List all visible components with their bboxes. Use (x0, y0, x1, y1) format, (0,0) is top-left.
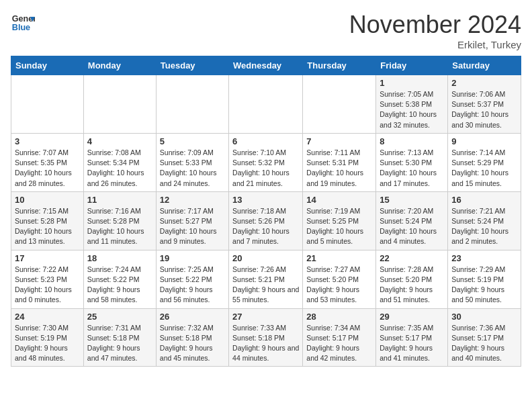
day-cell: 26Sunrise: 7:32 AM Sunset: 5:18 PM Dayli… (156, 308, 228, 367)
location: Erkilet, Turkey (349, 39, 521, 50)
day-info: Sunrise: 7:26 AM Sunset: 5:21 PM Dayligh… (232, 265, 299, 306)
day-number: 13 (232, 195, 299, 205)
day-info: Sunrise: 7:28 AM Sunset: 5:20 PM Dayligh… (380, 265, 444, 306)
day-info: Sunrise: 7:31 AM Sunset: 5:18 PM Dayligh… (87, 323, 152, 364)
page-header: General Blue November 2024 Erkilet, Turk… (11, 11, 521, 50)
day-cell (303, 75, 376, 134)
day-number: 14 (306, 195, 372, 205)
day-number: 5 (160, 136, 225, 146)
day-number: 28 (306, 312, 372, 322)
day-info: Sunrise: 7:24 AM Sunset: 5:22 PM Dayligh… (87, 265, 152, 306)
day-cell: 13Sunrise: 7:18 AM Sunset: 5:26 PM Dayli… (229, 191, 303, 250)
weekday-header-monday: Monday (83, 56, 156, 75)
day-number: 1 (380, 78, 444, 88)
day-number: 12 (160, 195, 225, 205)
day-cell: 30Sunrise: 7:36 AM Sunset: 5:17 PM Dayli… (448, 308, 521, 367)
weekday-header-saturday: Saturday (448, 56, 521, 75)
day-number: 23 (451, 253, 517, 263)
svg-text:Blue: Blue (12, 23, 30, 32)
day-cell: 22Sunrise: 7:28 AM Sunset: 5:20 PM Dayli… (376, 250, 448, 308)
day-cell: 21Sunrise: 7:27 AM Sunset: 5:20 PM Dayli… (303, 250, 376, 308)
week-row-3: 10Sunrise: 7:15 AM Sunset: 5:28 PM Dayli… (11, 191, 521, 250)
day-number: 2 (451, 78, 517, 88)
week-row-4: 17Sunrise: 7:22 AM Sunset: 5:23 PM Dayli… (11, 250, 521, 308)
day-cell: 12Sunrise: 7:17 AM Sunset: 5:27 PM Dayli… (156, 191, 228, 250)
day-info: Sunrise: 7:35 AM Sunset: 5:17 PM Dayligh… (380, 323, 444, 364)
day-number: 3 (15, 136, 80, 146)
weekday-header-sunday: Sunday (11, 56, 84, 75)
day-cell: 5Sunrise: 7:09 AM Sunset: 5:33 PM Daylig… (156, 133, 228, 191)
weekday-header-friday: Friday (376, 56, 448, 75)
day-cell: 23Sunrise: 7:29 AM Sunset: 5:19 PM Dayli… (448, 250, 521, 308)
day-info: Sunrise: 7:07 AM Sunset: 5:35 PM Dayligh… (15, 148, 80, 189)
logo: General Blue (11, 11, 35, 35)
day-number: 10 (15, 195, 80, 205)
day-cell (229, 75, 303, 134)
day-cell: 28Sunrise: 7:34 AM Sunset: 5:17 PM Dayli… (303, 308, 376, 367)
month-title: November 2024 (349, 11, 521, 39)
day-cell (156, 75, 228, 134)
day-info: Sunrise: 7:19 AM Sunset: 5:25 PM Dayligh… (306, 206, 372, 247)
day-number: 26 (160, 312, 225, 322)
day-number: 8 (380, 136, 444, 146)
day-info: Sunrise: 7:34 AM Sunset: 5:17 PM Dayligh… (306, 323, 372, 364)
weekday-header-wednesday: Wednesday (229, 56, 303, 75)
day-number: 16 (451, 195, 517, 205)
week-row-2: 3Sunrise: 7:07 AM Sunset: 5:35 PM Daylig… (11, 133, 521, 191)
day-number: 15 (380, 195, 444, 205)
day-info: Sunrise: 7:30 AM Sunset: 5:19 PM Dayligh… (15, 323, 80, 364)
day-cell: 20Sunrise: 7:26 AM Sunset: 5:21 PM Dayli… (229, 250, 303, 308)
day-cell: 7Sunrise: 7:11 AM Sunset: 5:31 PM Daylig… (303, 133, 376, 191)
day-info: Sunrise: 7:27 AM Sunset: 5:20 PM Dayligh… (306, 265, 372, 306)
day-cell: 8Sunrise: 7:13 AM Sunset: 5:30 PM Daylig… (376, 133, 448, 191)
day-cell: 17Sunrise: 7:22 AM Sunset: 5:23 PM Dayli… (11, 250, 84, 308)
day-cell (11, 75, 84, 134)
day-cell: 6Sunrise: 7:10 AM Sunset: 5:32 PM Daylig… (229, 133, 303, 191)
day-cell: 3Sunrise: 7:07 AM Sunset: 5:35 PM Daylig… (11, 133, 84, 191)
day-info: Sunrise: 7:21 AM Sunset: 5:24 PM Dayligh… (451, 206, 517, 247)
day-info: Sunrise: 7:33 AM Sunset: 5:18 PM Dayligh… (232, 323, 299, 364)
day-number: 30 (451, 312, 517, 322)
day-number: 29 (380, 312, 444, 322)
day-number: 7 (306, 136, 372, 146)
day-cell: 24Sunrise: 7:30 AM Sunset: 5:19 PM Dayli… (11, 308, 84, 367)
day-cell: 25Sunrise: 7:31 AM Sunset: 5:18 PM Dayli… (83, 308, 156, 367)
day-info: Sunrise: 7:22 AM Sunset: 5:23 PM Dayligh… (15, 265, 80, 306)
day-number: 18 (87, 253, 152, 263)
day-cell: 16Sunrise: 7:21 AM Sunset: 5:24 PM Dayli… (448, 191, 521, 250)
day-cell: 10Sunrise: 7:15 AM Sunset: 5:28 PM Dayli… (11, 191, 84, 250)
week-row-1: 1Sunrise: 7:05 AM Sunset: 5:38 PM Daylig… (11, 75, 521, 134)
day-number: 11 (87, 195, 152, 205)
day-cell: 19Sunrise: 7:25 AM Sunset: 5:22 PM Dayli… (156, 250, 228, 308)
day-number: 25 (87, 312, 152, 322)
weekday-header-tuesday: Tuesday (156, 56, 228, 75)
day-info: Sunrise: 7:36 AM Sunset: 5:17 PM Dayligh… (451, 323, 517, 364)
day-cell: 27Sunrise: 7:33 AM Sunset: 5:18 PM Dayli… (229, 308, 303, 367)
weekday-row: SundayMondayTuesdayWednesdayThursdayFrid… (11, 56, 521, 75)
day-info: Sunrise: 7:16 AM Sunset: 5:28 PM Dayligh… (87, 206, 152, 247)
logo-icon: General Blue (11, 11, 35, 35)
week-row-5: 24Sunrise: 7:30 AM Sunset: 5:19 PM Dayli… (11, 308, 521, 367)
day-info: Sunrise: 7:11 AM Sunset: 5:31 PM Dayligh… (306, 148, 372, 189)
calendar-body: 1Sunrise: 7:05 AM Sunset: 5:38 PM Daylig… (11, 75, 521, 367)
day-number: 22 (380, 253, 444, 263)
day-cell: 14Sunrise: 7:19 AM Sunset: 5:25 PM Dayli… (303, 191, 376, 250)
day-cell: 18Sunrise: 7:24 AM Sunset: 5:22 PM Dayli… (83, 250, 156, 308)
day-info: Sunrise: 7:14 AM Sunset: 5:29 PM Dayligh… (451, 148, 517, 189)
day-cell: 29Sunrise: 7:35 AM Sunset: 5:17 PM Dayli… (376, 308, 448, 367)
day-info: Sunrise: 7:15 AM Sunset: 5:28 PM Dayligh… (15, 206, 80, 247)
day-info: Sunrise: 7:08 AM Sunset: 5:34 PM Dayligh… (87, 148, 152, 189)
day-number: 9 (451, 136, 517, 146)
day-number: 6 (232, 136, 299, 146)
day-cell: 11Sunrise: 7:16 AM Sunset: 5:28 PM Dayli… (83, 191, 156, 250)
weekday-header-thursday: Thursday (303, 56, 376, 75)
day-number: 20 (232, 253, 299, 263)
day-cell: 2Sunrise: 7:06 AM Sunset: 5:37 PM Daylig… (448, 75, 521, 134)
title-block: November 2024 Erkilet, Turkey (349, 11, 521, 50)
day-number: 21 (306, 253, 372, 263)
day-info: Sunrise: 7:05 AM Sunset: 5:38 PM Dayligh… (380, 89, 444, 130)
day-info: Sunrise: 7:18 AM Sunset: 5:26 PM Dayligh… (232, 206, 299, 247)
day-info: Sunrise: 7:32 AM Sunset: 5:18 PM Dayligh… (160, 323, 225, 364)
day-cell: 1Sunrise: 7:05 AM Sunset: 5:38 PM Daylig… (376, 75, 448, 134)
day-number: 24 (15, 312, 80, 322)
